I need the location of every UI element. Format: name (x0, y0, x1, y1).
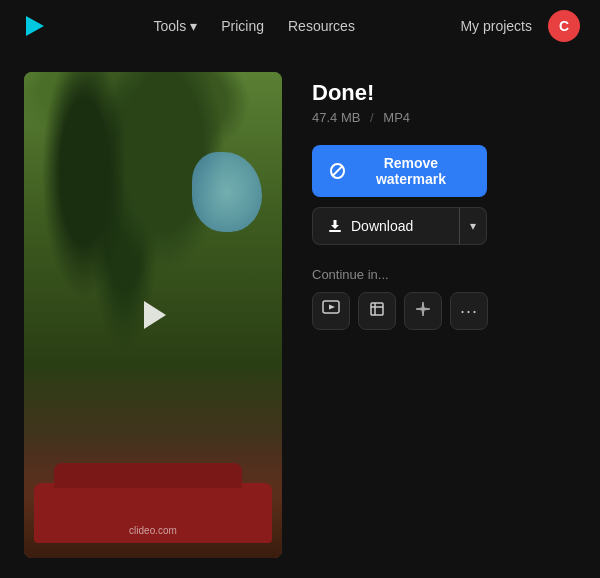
video-panel: clideo.com (24, 72, 282, 558)
download-icon (327, 218, 343, 234)
download-chevron-button[interactable]: ▾ (459, 207, 487, 245)
done-title: Done! (312, 80, 576, 106)
download-button[interactable]: Download (312, 207, 459, 245)
navbar: Tools ▾ Pricing Resources My projects C (0, 0, 600, 52)
crop-icon (368, 300, 386, 322)
continue-label: Continue in... (312, 267, 576, 282)
watermark-text: clideo.com (129, 525, 177, 536)
nav-my-projects[interactable]: My projects (460, 18, 532, 34)
file-size: 47.4 MB (312, 110, 360, 125)
sky-decoration (192, 152, 262, 232)
logo-icon (20, 12, 48, 40)
continue-icons: ··· (312, 292, 576, 330)
svg-marker-0 (26, 16, 44, 36)
nav-links: Tools ▾ Pricing Resources (154, 18, 355, 34)
main-content: clideo.com Done! 47.4 MB / MP4 Remove wa… (0, 52, 600, 578)
nav-pricing[interactable]: Pricing (221, 18, 264, 34)
continue-more-button[interactable]: ··· (450, 292, 488, 330)
nav-right: My projects C (460, 10, 580, 42)
sparkle-icon (414, 300, 432, 322)
remove-watermark-label: Remove watermark (353, 155, 469, 187)
svg-marker-3 (329, 305, 335, 310)
download-label: Download (351, 218, 413, 234)
chevron-down-icon: ▾ (470, 219, 476, 233)
file-type: MP4 (383, 110, 410, 125)
separator: / (370, 110, 374, 125)
logo[interactable] (20, 12, 48, 40)
video-play-icon (322, 300, 340, 322)
more-dots-icon: ··· (460, 301, 478, 322)
avatar[interactable]: C (548, 10, 580, 42)
continue-magic-button[interactable] (404, 292, 442, 330)
file-info: 47.4 MB / MP4 (312, 110, 576, 125)
tools-chevron-icon: ▾ (190, 18, 197, 34)
svg-rect-1 (329, 230, 341, 232)
download-wrapper: Download ▾ (312, 207, 487, 245)
ban-icon (330, 163, 345, 179)
right-panel: Done! 47.4 MB / MP4 Remove watermark Dow… (312, 72, 576, 558)
continue-crop-button[interactable] (358, 292, 396, 330)
play-button[interactable] (133, 295, 173, 335)
svg-rect-4 (371, 303, 383, 315)
nav-resources[interactable]: Resources (288, 18, 355, 34)
remove-watermark-button[interactable]: Remove watermark (312, 145, 487, 197)
nav-tools[interactable]: Tools ▾ (154, 18, 198, 34)
continue-video-button[interactable] (312, 292, 350, 330)
play-triangle-icon (144, 301, 166, 329)
